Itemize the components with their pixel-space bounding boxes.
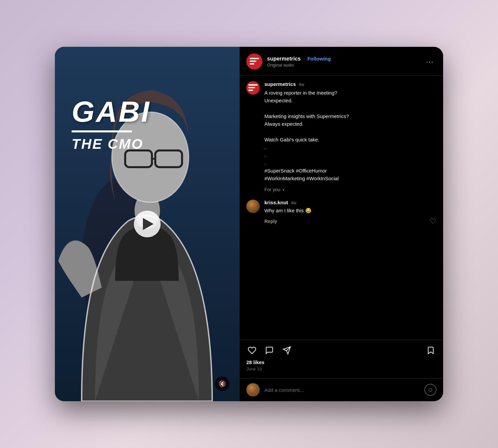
more-options-button[interactable]: ··· xyxy=(423,57,436,67)
video-title: GABI THE CMO xyxy=(72,97,151,152)
comment-icon xyxy=(265,346,274,355)
supermetrics-logo-icon xyxy=(250,58,259,65)
caption-area: supermetrics 4w A roving reporter in the… xyxy=(240,76,443,340)
post-date: June 19 xyxy=(246,366,436,371)
title-name: GABI xyxy=(72,97,151,126)
caption-avatar[interactable] xyxy=(246,81,260,95)
for-you-label: For you xyxy=(264,187,280,192)
header-info: supermetrics · Following Original audio xyxy=(267,56,419,68)
device-frame: GABI THE CMO 🔇 supermetr xyxy=(55,47,443,401)
following-button[interactable]: Following xyxy=(307,56,331,62)
commenter-time: 4w xyxy=(291,200,297,205)
bookmark-icon xyxy=(426,346,435,355)
current-user-avatar xyxy=(246,383,260,397)
user-comment-content: kriss.knut 4w Why am I like this 😂 Reply… xyxy=(264,200,436,226)
heart-icon xyxy=(248,346,256,355)
post-username[interactable]: supermetrics xyxy=(267,56,301,62)
likes-count: 28 likes xyxy=(246,359,436,365)
title-sub: THE CMO xyxy=(72,136,151,152)
comment-text: Why am I like this 😂 xyxy=(264,207,436,214)
header-name-line: supermetrics · Following xyxy=(267,56,419,62)
commenter-username[interactable]: kriss.knut xyxy=(264,200,288,205)
caption-logo-icon xyxy=(248,84,258,92)
play-triangle-icon xyxy=(143,218,154,230)
for-you-section[interactable]: For you ∨ xyxy=(264,187,436,192)
left-actions xyxy=(246,345,419,356)
actions-bar: 28 likes June 19 xyxy=(240,340,443,378)
comment-like-button[interactable]: ♡ xyxy=(430,217,436,226)
comment-input[interactable] xyxy=(264,387,420,393)
like-button[interactable] xyxy=(246,345,258,356)
emoji-button[interactable]: ☺ xyxy=(424,384,436,396)
user-comment-header: kriss.knut 4w xyxy=(264,200,436,205)
caption-entry: supermetrics 4w A roving reporter in the… xyxy=(246,81,436,192)
chevron-down-icon: ∨ xyxy=(282,188,285,192)
post-header: supermetrics · Following Original audio … xyxy=(240,47,443,76)
add-comment-row: ☺ xyxy=(240,378,443,401)
bookmark-button[interactable] xyxy=(425,345,436,356)
caption-content: supermetrics 4w A roving reporter in the… xyxy=(264,81,436,192)
right-panel: supermetrics · Following Original audio … xyxy=(240,47,443,401)
action-icons-row xyxy=(246,345,436,356)
mute-button[interactable]: 🔇 xyxy=(215,376,230,391)
caption-username[interactable]: supermetrics xyxy=(264,81,296,87)
dot-separator: · xyxy=(304,56,305,62)
mute-icon: 🔇 xyxy=(219,380,226,387)
audio-label: Original audio xyxy=(267,63,419,68)
caption-time: 4w xyxy=(299,82,304,87)
caption-header: supermetrics 4w xyxy=(264,81,436,87)
video-panel[interactable]: GABI THE CMO 🔇 xyxy=(55,47,240,401)
comment-button[interactable] xyxy=(264,345,275,356)
commenter-avatar-image xyxy=(246,200,260,213)
title-divider xyxy=(72,130,132,132)
caption-text: A roving reporter in the meeting? Unexpe… xyxy=(264,89,436,182)
reply-row: Reply ♡ xyxy=(264,217,436,226)
reply-button[interactable]: Reply xyxy=(264,219,277,224)
avatar[interactable] xyxy=(246,53,262,70)
play-button[interactable] xyxy=(134,211,161,237)
share-icon xyxy=(282,346,291,355)
share-button[interactable] xyxy=(281,345,293,356)
commenter-avatar[interactable] xyxy=(246,200,260,213)
user-comment: kriss.knut 4w Why am I like this 😂 Reply… xyxy=(246,198,436,226)
emoji-icon: ☺ xyxy=(427,386,433,394)
